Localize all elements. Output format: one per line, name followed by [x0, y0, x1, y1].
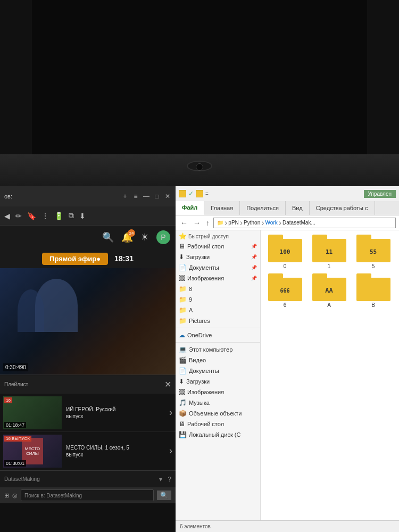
menu-button[interactable]: ≡: [132, 193, 139, 200]
sidebar-item-video[interactable]: 🎬 Видео: [176, 355, 260, 365]
playlist-close-button[interactable]: ✕: [164, 379, 171, 389]
folder-1[interactable]: 11 1: [309, 235, 349, 269]
live-badge[interactable]: Прямой эфир●: [42, 253, 108, 265]
search-input[interactable]: Поиск в: DatasetMaking: [21, 489, 154, 501]
battery-icon[interactable]: 🔋: [54, 212, 63, 220]
sidebar-item-dl[interactable]: ⬇ Загрузки: [176, 376, 260, 387]
bell-icon[interactable]: 🔔 24: [121, 231, 133, 243]
dropdown-arrow[interactable]: ▾: [159, 476, 162, 483]
folder-0[interactable]: 100 0: [265, 235, 305, 269]
folder-content-b: [359, 282, 388, 299]
folder-label-5: 5: [372, 263, 375, 269]
playlist-item-2[interactable]: МЕСТО СИЛЫ 01:30:01 16 ВЫПУСК МЕСТО СИЛЫ…: [0, 432, 176, 470]
duration-1: 01:18:47: [4, 422, 26, 428]
folder-body-0: 100: [268, 239, 302, 262]
tab-view[interactable]: Вид: [286, 201, 310, 215]
thumbnail-1: 01:18:47 16: [3, 396, 62, 429]
checkmark-icon: ✓: [188, 190, 194, 197]
sidebar-item-desktop[interactable]: 🖥 Рабочий стол 📌: [176, 241, 260, 252]
add-tab-button[interactable]: +: [121, 193, 129, 200]
back-icon[interactable]: ◀: [4, 212, 10, 220]
thumbnail-2: МЕСТО СИЛЫ 01:30:01 16 ВЫПУСК: [3, 435, 62, 468]
folder-content-a: AA: [314, 282, 344, 299]
up-nav-button[interactable]: ↑: [204, 218, 211, 228]
folder-content-5: 55: [359, 243, 388, 260]
path-dataset[interactable]: DatasetMak...: [282, 220, 315, 226]
tab-home[interactable]: Главная: [204, 201, 240, 215]
sidebar-item-8[interactable]: 📁 8: [176, 284, 260, 294]
download-icon[interactable]: ⬇: [79, 212, 86, 220]
ribbon-tabs: Файл Главная Поделиться Вид Средства раб…: [176, 201, 399, 215]
folder-9-icon: 📁: [179, 296, 187, 303]
dots-icon[interactable]: ⋮: [41, 212, 49, 220]
playlist-bar: Плейлист ✕: [0, 375, 176, 394]
play-arrow-2[interactable]: ›: [169, 445, 172, 456]
manage-label: Управлен: [364, 190, 396, 198]
maximize-button[interactable]: □: [153, 193, 161, 200]
folder-label-b: B: [371, 302, 375, 308]
tab-tools[interactable]: Средства работы с: [310, 201, 375, 215]
desk2-icon: 🖥: [179, 420, 185, 428]
folder-label: DatasetMaking: [4, 476, 40, 482]
pin-icon-2: 📌: [251, 254, 257, 260]
quick-access-header: ⭐ Быстрый доступ: [176, 230, 260, 241]
pictures-label: Pictures: [189, 318, 210, 324]
video-content[interactable]: 0:30:490: [0, 268, 176, 375]
minimize-button[interactable]: —: [143, 193, 150, 200]
tab-file[interactable]: Файл: [176, 201, 204, 215]
item-info-2: МЕСТО СИЛЫ, 1 сезон, 5выпуск: [66, 444, 165, 458]
sidebar-item-local-disk[interactable]: 💾 Локальный диск (С: [176, 429, 260, 440]
sidebar-item-img[interactable]: 🖼 Изображения: [176, 387, 260, 397]
bookmark-icon[interactable]: 🔖: [27, 212, 36, 220]
folder-icon-0: 100: [268, 235, 302, 262]
brightness-icon[interactable]: ☀: [140, 231, 149, 243]
main-content: ов: + ≡ — □ ✕ ◀ ✏ 🔖 ⋮ 🔋 ⧉ ⬇ 🔍 🔔 24 ☀ P: [0, 186, 399, 532]
video-label: Видео: [189, 357, 206, 363]
folder-b[interactable]: B: [353, 273, 393, 308]
playlist-item[interactable]: 01:18:47 16 ИЙ ГЕРОЙ. Русскийвыпуск ›: [0, 394, 176, 432]
folder-body-a: AA: [312, 278, 346, 301]
desktop-icon: 🖥: [179, 243, 185, 250]
search-bar: ⊞ ◎ Поиск в: DatasetMaking 🔍: [0, 487, 176, 503]
video-timestamp: 0:30:490: [3, 363, 28, 371]
address-path[interactable]: 📁 › pPN › Python › Work › DatasetMak...: [213, 218, 396, 228]
path-work[interactable]: Work: [265, 220, 278, 226]
sidebar-item-desk2[interactable]: 🖥 Рабочий стол: [176, 419, 260, 429]
sidebar-item-onedrive[interactable]: ☁ OneDrive: [176, 330, 260, 340]
search-button[interactable]: 🔍: [157, 491, 171, 500]
pin-icon-3: 📌: [251, 265, 257, 270]
back-nav-button[interactable]: ←: [179, 218, 189, 228]
disk-icon: 💾: [179, 431, 187, 438]
notification-bar: 🔍 🔔 24 ☀ P: [0, 226, 176, 249]
sidebar-item-documents[interactable]: 📄 Документы 📌: [176, 262, 260, 273]
sidebar-item-this-pc[interactable]: 💻 Этот компьютер: [176, 344, 260, 355]
sidebar-item-a[interactable]: 📁 A: [176, 305, 260, 315]
sidebar-item-docs[interactable]: 📄 Документы: [176, 365, 260, 376]
folder-5[interactable]: 55 5: [353, 235, 393, 269]
help-icon[interactable]: ?: [168, 476, 171, 483]
status-text: 6 элементов: [180, 523, 211, 529]
folder-a-grid[interactable]: AA A: [309, 273, 349, 308]
sidebar-item-pictures[interactable]: 📁 Pictures: [176, 315, 260, 326]
path-python[interactable]: Python: [244, 220, 260, 226]
windows-icon[interactable]: ⊞: [4, 492, 9, 499]
avatar-icon[interactable]: P: [156, 230, 170, 244]
copy-icon[interactable]: ⧉: [69, 211, 74, 220]
tab-share[interactable]: Поделиться: [240, 201, 286, 215]
sidebar-item-downloads[interactable]: ⬇ Загрузки 📌: [176, 252, 260, 262]
path-ppn[interactable]: pPN: [228, 220, 238, 226]
forward-nav-button[interactable]: →: [192, 218, 202, 228]
sidebar-item-images[interactable]: 🖼 Изображения 📌: [176, 273, 260, 284]
path-sep-2: ›: [240, 218, 243, 228]
play-arrow-1[interactable]: ›: [169, 407, 172, 418]
docs-label: Документы: [189, 368, 219, 374]
search-icon[interactable]: 🔍: [102, 231, 114, 243]
folder-icon-b: [356, 273, 390, 301]
close-button[interactable]: ✕: [164, 193, 171, 200]
sidebar-item-music[interactable]: 🎵 Музыка: [176, 397, 260, 408]
folder-6[interactable]: 666 6: [265, 273, 305, 308]
pencil-icon[interactable]: ✏: [15, 212, 22, 220]
sidebar-item-9[interactable]: 📁 9: [176, 294, 260, 305]
folder-8-label: 8: [189, 286, 192, 292]
sidebar-item-3d[interactable]: 📦 Объемные объекти: [176, 408, 260, 419]
